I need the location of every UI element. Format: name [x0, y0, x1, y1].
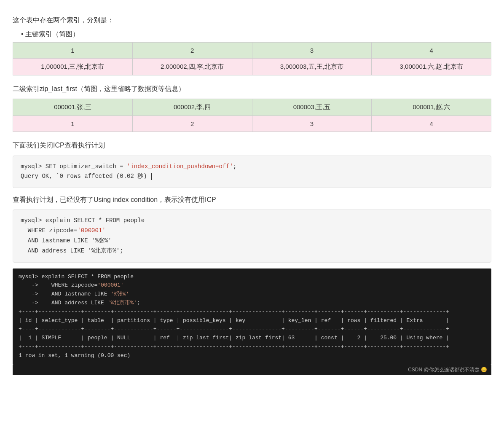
t-divider3: +----+-------------+--------+-----------…	[19, 344, 449, 350]
secondary-d2: 2	[132, 116, 252, 132]
primary-d2: 2,000002,四,李,北京市	[132, 59, 252, 75]
primary-h1: 1	[13, 43, 133, 59]
code2-l4: AND address LIKE '%北京市%';	[21, 247, 123, 254]
secondary-h2: 000002,李,四	[132, 99, 252, 116]
code2-l2: WHERE zipcode='000001'	[21, 227, 106, 234]
secondary-label: 二级索引zip_last_first（简图，这里省略了数据页等信息）	[13, 83, 491, 94]
secondary-header-row: 000001,张,三 000002,李,四 000003,王,五 000001,…	[13, 99, 491, 116]
primary-data-row: 1,000001,三,张,北京市 2,000002,四,李,北京市 3,0000…	[13, 59, 491, 75]
intro-text: 这个表中存在两个索引，分别是：	[13, 14, 491, 26]
code-block-2: mysql> explain SELECT * FROM people WHER…	[13, 209, 491, 262]
code1-line2: Query OK, `0 rows affected (0.02 秒)	[21, 172, 483, 182]
bullet1-text: 主键索引（简图）	[25, 30, 79, 38]
secondary-d4: 4	[372, 116, 491, 132]
primary-h2: 2	[132, 43, 252, 59]
bullet1: • 主键索引（简图）	[21, 30, 491, 39]
t-line4: -> AND address LIKE '%北京市%';	[19, 300, 140, 306]
secondary-d1: 1	[13, 116, 133, 132]
code1-line1: mysql> SET optimizer_switch = 'index_con…	[21, 163, 237, 170]
secondary-data-row: 1 2 3 4	[13, 116, 491, 132]
footer-text: CSDN @你怎么连话都说不清楚 😊	[408, 367, 487, 373]
t-data-row: | 1 | SIMPLE | people | NULL | ref | zip…	[19, 335, 449, 341]
footer-bar: CSDN @你怎么连话都说不清楚 😊	[13, 365, 491, 375]
primary-index-table: 1 2 3 4 1,000001,三,张,北京市 2,000002,四,李,北京…	[13, 42, 491, 75]
primary-header-row: 1 2 3 4	[13, 43, 491, 59]
t-divider1: +----+-------------+--------+-----------…	[19, 309, 449, 315]
t-line3: -> AND lastname LIKE '%张%'	[19, 291, 129, 297]
primary-h4: 4	[372, 43, 491, 59]
terminal-output: mysql> explain SELECT * FROM people -> W…	[13, 268, 491, 365]
code2-l1: mysql> explain SELECT * FROM people	[21, 217, 145, 224]
secondary-index-table: 000001,张,三 000002,李,四 000003,王,五 000001,…	[13, 99, 491, 132]
primary-d1: 1,000001,三,张,北京市	[13, 59, 133, 75]
t-line2: -> WHERE zipcode='000001'	[19, 282, 124, 288]
secondary-h1: 000001,张,三	[13, 99, 133, 116]
primary-d3: 3,000003,五,王,北京市	[252, 59, 372, 75]
secondary-h3: 000003,王,五	[252, 99, 372, 116]
code2-l3: AND lastname LIKE '%张%'	[21, 237, 112, 244]
t-line1: mysql> explain SELECT * FROM people	[19, 274, 134, 280]
close-icp-text: 下面我们关闭ICP查看执行计划	[13, 140, 491, 151]
secondary-d3: 3	[252, 116, 372, 132]
explain-text: 查看执行计划，已经没有了Using index condition，表示没有使用…	[13, 194, 491, 205]
t-result: 1 row in set, 1 warning (0.00 sec)	[19, 352, 130, 359]
terminal-container: mysql> explain SELECT * FROM people -> W…	[13, 268, 491, 375]
code-block-1: mysql> SET optimizer_switch = 'index_con…	[13, 156, 491, 188]
primary-d4: 3,000001,六,赵,北京市	[372, 59, 491, 75]
bullet-dot: •	[21, 30, 25, 38]
t-header: | id | select_type | table | partitions …	[19, 317, 449, 324]
t-divider2: +----+-------------+--------+-----------…	[19, 326, 449, 332]
primary-h3: 3	[252, 43, 372, 59]
text-cursor	[151, 173, 152, 180]
secondary-h4: 000001,赵,六	[372, 99, 491, 116]
